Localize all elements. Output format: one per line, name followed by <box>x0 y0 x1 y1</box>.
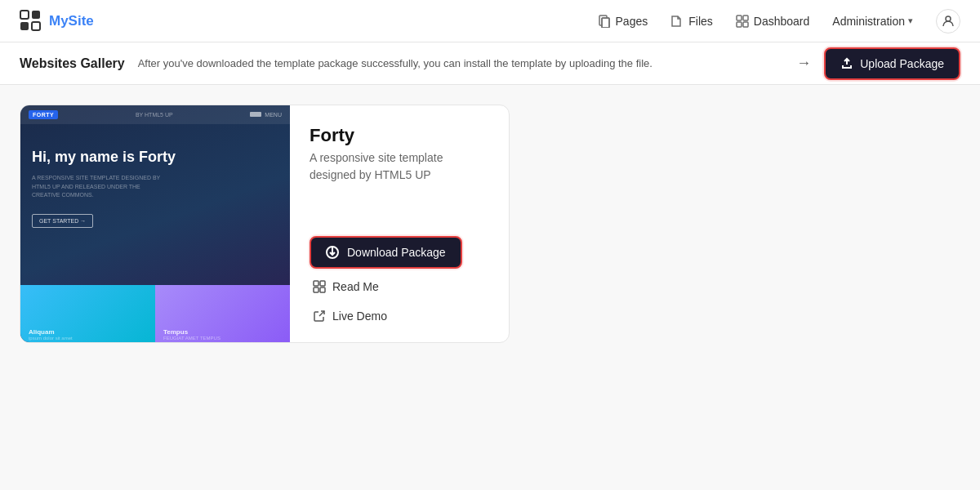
preview-grid-item-1: Aliquam ipsum dolor sit amet <box>20 285 155 342</box>
upload-package-button[interactable]: Upload Package <box>824 47 960 80</box>
upload-icon <box>840 57 853 70</box>
svg-point-11 <box>946 16 951 21</box>
preview-grid-label-2: Tempus <box>163 328 188 336</box>
dashboard-icon <box>736 15 749 28</box>
svg-rect-10 <box>743 22 748 27</box>
svg-rect-1 <box>20 22 29 30</box>
preview-cta: GET STARTED → <box>32 214 93 228</box>
svg-rect-9 <box>737 22 742 27</box>
preview-header-bar: FORTY BY HTML5 UP MENU <box>20 105 290 124</box>
readme-icon <box>313 280 326 293</box>
external-link-icon <box>313 310 326 323</box>
template-info: Forty A responsive site template designe… <box>290 105 492 342</box>
svg-rect-0 <box>20 11 29 19</box>
svg-rect-8 <box>743 16 748 20</box>
files-icon <box>670 15 684 28</box>
download-icon <box>326 246 339 259</box>
preview-grid-sublabel-2: FEUGIAT AMET TEMPUS <box>163 336 220 341</box>
template-actions: Download Package Read Me <box>310 236 473 327</box>
preview-grid-sublabel-1: ipsum dolor sit amet <box>29 336 73 341</box>
preview-hero: Hi, my name is Forty A RESPONSIVE SITE T… <box>20 124 290 239</box>
preview-grid: Aliquam ipsum dolor sit amet Tempus FEUG… <box>20 285 290 342</box>
preview-nav: MENU <box>250 112 282 118</box>
preview-logo: FORTY <box>29 110 58 119</box>
nav-dashboard[interactable]: Dashboard <box>736 15 810 28</box>
svg-rect-7 <box>737 16 742 20</box>
template-name: Forty <box>310 125 473 146</box>
svg-rect-13 <box>314 281 318 286</box>
preview-menu-label: MENU <box>265 112 282 118</box>
pages-icon <box>598 15 611 28</box>
template-preview: FORTY BY HTML5 UP MENU Hi, my name is Fo… <box>20 105 290 342</box>
svg-rect-15 <box>314 287 318 292</box>
svg-rect-16 <box>320 287 325 292</box>
sub-header-description: After you've downloaded the template pac… <box>138 57 784 69</box>
logo-icon <box>20 10 42 33</box>
preview-hero-title: Hi, my name is Forty <box>32 149 278 166</box>
preview-tagline: BY HTML5 UP <box>136 112 173 118</box>
svg-rect-5 <box>602 18 609 28</box>
readme-link[interactable]: Read Me <box>310 275 473 298</box>
preview-grid-item-2: Tempus FEUGIAT AMET TEMPUS <box>155 285 290 342</box>
download-package-button[interactable]: Download Package <box>310 236 462 269</box>
main-content: FORTY BY HTML5 UP MENU Hi, my name is Fo… <box>0 85 980 363</box>
preview-grid-label-1: Aliquam <box>29 328 55 336</box>
nav-administration[interactable]: Administration ▾ <box>832 15 913 28</box>
preview-nav-dot <box>250 112 261 117</box>
svg-rect-2 <box>32 11 40 19</box>
nav-pages[interactable]: Pages <box>598 15 648 28</box>
site-name[interactable]: MySite <box>49 13 94 29</box>
main-nav: Pages Files Dashboard Administration ▾ <box>598 9 960 33</box>
sub-header: Websites Gallery After you've downloaded… <box>0 42 980 85</box>
arrow-icon: → <box>796 55 811 72</box>
user-avatar[interactable] <box>936 9 960 33</box>
header: MySite Pages Files Dashboard <box>0 0 980 42</box>
svg-rect-3 <box>32 22 40 30</box>
page-title: Websites Gallery <box>20 56 125 71</box>
svg-rect-14 <box>320 281 325 286</box>
template-card: FORTY BY HTML5 UP MENU Hi, my name is Fo… <box>20 105 510 343</box>
logo-area: MySite <box>20 10 94 33</box>
template-description: A responsive site template designed by H… <box>310 149 473 184</box>
nav-files[interactable]: Files <box>670 15 713 28</box>
livedemo-link[interactable]: Live Demo <box>310 305 473 327</box>
chevron-down-icon: ▾ <box>908 16 913 26</box>
preview-hero-sub: A RESPONSIVE SITE TEMPLATE DESIGNED BY H… <box>32 174 163 200</box>
